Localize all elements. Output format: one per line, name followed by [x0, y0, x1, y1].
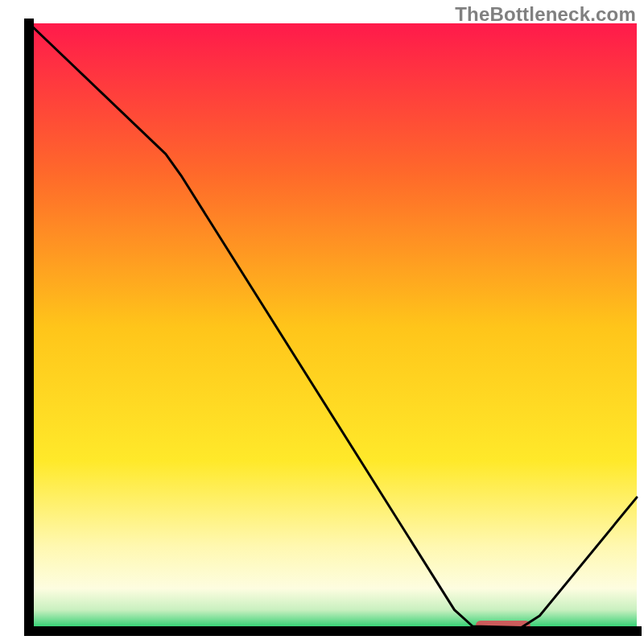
watermark-text: TheBottleneck.com	[455, 3, 636, 26]
gradient-background	[29, 23, 637, 631]
plot-area	[29, 23, 637, 631]
chart-svg	[0, 0, 644, 644]
chart-container: TheBottleneck.com	[0, 0, 644, 644]
